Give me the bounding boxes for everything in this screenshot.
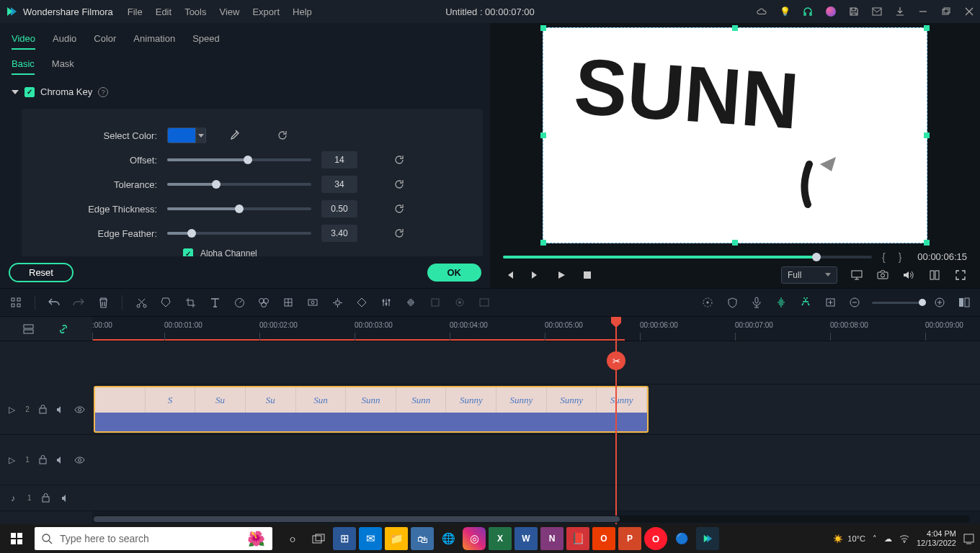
ok-button[interactable]: OK [427, 264, 482, 282]
fullscreen-icon[interactable] [954, 269, 967, 282]
video-track-icon[interactable]: ▷ [7, 455, 17, 465]
preview-canvas-wrap[interactable]: SUNN [543, 27, 927, 243]
shape-tool-icon[interactable] [159, 295, 173, 310]
tab-animation[interactable]: Animation [133, 29, 175, 50]
cloud-icon[interactable] [757, 6, 767, 17]
timeline-options-icon[interactable] [23, 324, 34, 334]
motion-track-icon[interactable] [330, 295, 344, 310]
undo-icon[interactable] [47, 295, 61, 310]
handle-lm[interactable] [540, 132, 546, 138]
handle-rm[interactable] [924, 132, 930, 138]
menu-file[interactable]: File [128, 6, 143, 17]
handle-bl[interactable] [540, 240, 546, 246]
headphones-icon[interactable] [803, 6, 813, 17]
stop-icon[interactable] [581, 269, 594, 282]
video-track-2[interactable]: ▶ My Video-13 SSuSuSunSunnSunnSunnySunny… [92, 385, 980, 435]
slider-edge-thickness[interactable] [167, 207, 311, 210]
taskbar-search[interactable]: Type here to search 🌺 [35, 527, 272, 550]
app-mail-icon[interactable]: ✉ [359, 527, 382, 550]
link-icon[interactable] [58, 323, 69, 335]
close-icon[interactable] [964, 6, 974, 17]
app-onenote-icon[interactable]: N [540, 527, 564, 550]
timeline-ruler[interactable]: :00:0000:00:01:0000:00:02:0000:00:03:000… [92, 317, 980, 341]
app-office-icon[interactable]: O [592, 527, 615, 550]
audio-track-icon[interactable]: ♪ [7, 493, 19, 503]
cortana-icon[interactable]: ○ [281, 527, 304, 550]
reset-color-icon[interactable] [277, 130, 288, 141]
apps-icon[interactable] [9, 295, 23, 310]
menu-tools[interactable]: Tools [184, 6, 206, 17]
app-store-icon[interactable]: 🛍 [411, 527, 434, 550]
timeline-body[interactable]: :00:0000:00:01:0000:00:02:0000:00:03:000… [92, 317, 980, 524]
handle-br[interactable] [924, 240, 930, 246]
lock-icon[interactable] [40, 493, 52, 503]
app-powerpoint-icon[interactable]: P [618, 527, 641, 550]
start-button[interactable] [0, 524, 33, 553]
export-clip-icon[interactable] [477, 295, 491, 310]
display-icon[interactable] [850, 269, 863, 282]
split-at-playhead-icon[interactable]: ✂ [607, 351, 625, 370]
marker-menu-icon[interactable] [700, 295, 715, 310]
seek-slider[interactable] [503, 256, 872, 258]
record-icon[interactable] [453, 295, 467, 310]
adjust-icon[interactable] [379, 295, 393, 310]
app-opera-icon[interactable]: O [644, 527, 667, 550]
tab-speed[interactable]: Speed [192, 29, 220, 50]
reset-edge-thickness-icon[interactable] [393, 203, 405, 215]
next-frame-icon[interactable] [529, 269, 542, 282]
clip-my-video[interactable]: ▶ My Video-13 SSuSuSunSunnSunnSunnySunny… [94, 386, 649, 433]
lock-icon[interactable] [38, 405, 48, 414]
handle-tr[interactable] [924, 25, 930, 31]
magnetic-icon[interactable] [798, 295, 813, 310]
value-offset[interactable]: 14 [321, 151, 357, 168]
snapshot-icon[interactable] [876, 269, 889, 282]
reset-button[interactable]: Reset [9, 263, 74, 282]
delete-icon[interactable] [96, 295, 110, 310]
audio-sync-icon[interactable] [774, 295, 788, 310]
mute-icon[interactable] [56, 456, 66, 464]
playhead[interactable]: ✂ [615, 317, 617, 524]
mark-in-icon[interactable]: { [879, 251, 888, 263]
slider-edge-feather[interactable] [167, 232, 311, 235]
tray-notifications-icon[interactable] [963, 534, 974, 544]
slider-offset[interactable] [167, 158, 311, 161]
keyframe-icon[interactable] [355, 295, 369, 310]
app-filmora-icon[interactable] [696, 527, 719, 550]
section-chroma-key[interactable]: Chroma Key ? [0, 81, 490, 103]
video-track-1[interactable] [92, 435, 980, 485]
slider-tolerance[interactable] [167, 183, 311, 186]
preview-area[interactable]: SUNN [490, 23, 980, 248]
handle-tm[interactable] [732, 25, 738, 31]
app-word-icon[interactable]: W [514, 527, 538, 550]
value-tolerance[interactable]: 34 [321, 176, 357, 193]
app-edge-icon[interactable]: 🌐 [437, 527, 460, 550]
help-icon[interactable]: ? [98, 87, 108, 97]
hscroll-thumb[interactable] [94, 516, 620, 522]
value-edge-thickness[interactable]: 0.50 [321, 200, 357, 217]
tray-clock[interactable]: 4:04 PM 12/13/2022 [917, 529, 956, 548]
crop-icon[interactable] [183, 295, 197, 310]
tray-wifi-icon[interactable] [899, 535, 909, 543]
app-instagram-icon[interactable]: ◎ [463, 527, 486, 550]
audio-track-1[interactable] [92, 485, 980, 511]
text-icon[interactable] [208, 295, 222, 310]
menu-help[interactable]: Help [293, 6, 312, 17]
tab-color[interactable]: Color [94, 29, 116, 50]
menu-edit[interactable]: Edit [156, 6, 172, 17]
chroma-key-checkbox[interactable] [24, 87, 35, 97]
color-swatch[interactable] [167, 127, 206, 143]
add-marker-icon[interactable] [823, 295, 837, 310]
zoom-out-icon[interactable] [847, 295, 862, 310]
audio-mixer-icon[interactable] [404, 295, 418, 310]
weather-widget[interactable]: ☀️ 10°C [833, 534, 865, 544]
effects-icon[interactable] [281, 295, 295, 310]
lightbulb-icon[interactable]: 💡 [780, 6, 790, 17]
tray-chevron-icon[interactable]: ˄ [873, 534, 877, 544]
mute-icon[interactable] [61, 494, 72, 503]
reset-edge-feather-icon[interactable] [393, 228, 405, 239]
render-icon[interactable] [428, 295, 442, 310]
tab-video[interactable]: Video [12, 29, 35, 50]
mail-icon[interactable] [872, 6, 882, 17]
app-excel-icon[interactable]: X [489, 527, 512, 550]
quality-dropdown[interactable]: Full [781, 266, 837, 284]
